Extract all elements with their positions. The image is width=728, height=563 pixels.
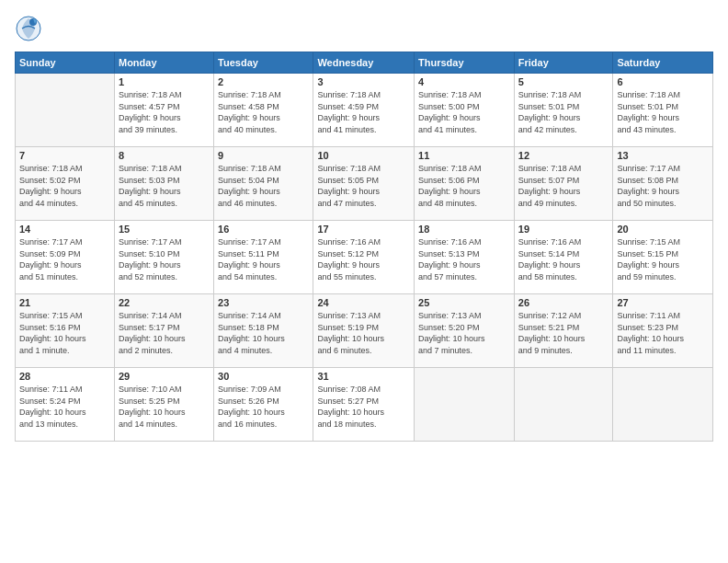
day-number: 30 — [218, 371, 309, 382]
calendar-cell: 24Sunrise: 7:13 AMSunset: 5:19 PMDayligh… — [313, 294, 415, 368]
calendar-cell: 25Sunrise: 7:13 AMSunset: 5:20 PMDayligh… — [415, 294, 515, 368]
day-info: Sunrise: 7:17 AMSunset: 5:08 PMDaylight:… — [617, 163, 709, 209]
day-number: 19 — [518, 224, 609, 235]
calendar-cell: 20Sunrise: 7:15 AMSunset: 5:15 PMDayligh… — [613, 221, 713, 294]
day-number: 8 — [119, 150, 210, 161]
day-number: 22 — [119, 297, 210, 308]
day-number: 1 — [119, 76, 210, 87]
day-info: Sunrise: 7:09 AMSunset: 5:26 PMDaylight:… — [218, 384, 309, 430]
day-number: 5 — [518, 76, 609, 87]
day-number: 2 — [218, 76, 309, 87]
calendar-cell: 5Sunrise: 7:18 AMSunset: 5:01 PMDaylight… — [514, 74, 613, 147]
calendar-week-row: 28Sunrise: 7:11 AMSunset: 5:24 PMDayligh… — [16, 368, 713, 442]
calendar-cell: 9Sunrise: 7:18 AMSunset: 5:04 PMDaylight… — [214, 147, 313, 221]
day-number: 13 — [617, 150, 709, 161]
day-number: 27 — [617, 297, 709, 308]
day-info: Sunrise: 7:14 AMSunset: 5:18 PMDaylight:… — [218, 310, 309, 356]
day-info: Sunrise: 7:18 AMSunset: 5:01 PMDaylight:… — [617, 89, 709, 135]
day-number: 15 — [119, 224, 210, 235]
calendar-cell: 27Sunrise: 7:11 AMSunset: 5:23 PMDayligh… — [613, 294, 713, 368]
day-number: 14 — [19, 224, 110, 235]
day-number: 18 — [418, 224, 510, 235]
calendar-cell: 6Sunrise: 7:18 AMSunset: 5:01 PMDaylight… — [613, 74, 713, 147]
day-number: 6 — [617, 76, 709, 87]
logo — [15, 15, 46, 42]
calendar-cell — [514, 368, 613, 442]
day-number: 31 — [317, 371, 410, 382]
day-number: 25 — [418, 297, 510, 308]
day-number: 24 — [317, 297, 410, 308]
day-info: Sunrise: 7:18 AMSunset: 4:57 PMDaylight:… — [119, 89, 210, 135]
calendar-cell: 28Sunrise: 7:11 AMSunset: 5:24 PMDayligh… — [16, 368, 115, 442]
calendar-week-row: 1Sunrise: 7:18 AMSunset: 4:57 PMDaylight… — [16, 74, 713, 147]
calendar-week-row: 21Sunrise: 7:15 AMSunset: 5:16 PMDayligh… — [16, 294, 713, 368]
calendar-cell: 18Sunrise: 7:16 AMSunset: 5:13 PMDayligh… — [415, 221, 515, 294]
calendar-cell: 23Sunrise: 7:14 AMSunset: 5:18 PMDayligh… — [214, 294, 313, 368]
calendar-cell: 26Sunrise: 7:12 AMSunset: 5:21 PMDayligh… — [514, 294, 613, 368]
day-info: Sunrise: 7:17 AMSunset: 5:11 PMDaylight:… — [218, 236, 309, 282]
calendar-table: SundayMondayTuesdayWednesdayThursdayFrid… — [15, 52, 713, 442]
calendar-cell: 1Sunrise: 7:18 AMSunset: 4:57 PMDaylight… — [114, 74, 213, 147]
calendar-cell: 21Sunrise: 7:15 AMSunset: 5:16 PMDayligh… — [16, 294, 115, 368]
day-info: Sunrise: 7:18 AMSunset: 5:07 PMDaylight:… — [518, 163, 609, 209]
calendar-cell: 29Sunrise: 7:10 AMSunset: 5:25 PMDayligh… — [114, 368, 213, 442]
day-info: Sunrise: 7:18 AMSunset: 5:05 PMDaylight:… — [317, 163, 410, 209]
day-info: Sunrise: 7:16 AMSunset: 5:14 PMDaylight:… — [518, 236, 609, 282]
day-number: 20 — [617, 224, 709, 235]
logo-icon — [15, 15, 42, 42]
calendar-day-header: Tuesday — [214, 52, 313, 74]
calendar-cell — [613, 368, 713, 442]
day-number: 3 — [317, 76, 410, 87]
page-header — [15, 15, 713, 42]
calendar-cell: 10Sunrise: 7:18 AMSunset: 5:05 PMDayligh… — [313, 147, 415, 221]
calendar-cell: 22Sunrise: 7:14 AMSunset: 5:17 PMDayligh… — [114, 294, 213, 368]
day-info: Sunrise: 7:15 AMSunset: 5:16 PMDaylight:… — [19, 310, 110, 356]
day-number: 9 — [218, 150, 309, 161]
calendar-cell: 17Sunrise: 7:16 AMSunset: 5:12 PMDayligh… — [313, 221, 415, 294]
calendar-cell: 8Sunrise: 7:18 AMSunset: 5:03 PMDaylight… — [114, 147, 213, 221]
calendar-week-row: 14Sunrise: 7:17 AMSunset: 5:09 PMDayligh… — [16, 221, 713, 294]
day-number: 7 — [19, 150, 110, 161]
calendar-day-header: Friday — [514, 52, 613, 74]
day-info: Sunrise: 7:18 AMSunset: 4:59 PMDaylight:… — [317, 89, 410, 135]
calendar-day-header: Wednesday — [313, 52, 415, 74]
day-number: 23 — [218, 297, 309, 308]
calendar-day-header: Saturday — [613, 52, 713, 74]
day-number: 26 — [518, 297, 609, 308]
day-info: Sunrise: 7:18 AMSunset: 5:00 PMDaylight:… — [418, 89, 510, 135]
calendar-cell: 7Sunrise: 7:18 AMSunset: 5:02 PMDaylight… — [16, 147, 115, 221]
calendar-cell — [16, 74, 115, 147]
day-info: Sunrise: 7:12 AMSunset: 5:21 PMDaylight:… — [518, 310, 609, 356]
calendar-cell: 19Sunrise: 7:16 AMSunset: 5:14 PMDayligh… — [514, 221, 613, 294]
day-number: 11 — [418, 150, 510, 161]
calendar-cell: 30Sunrise: 7:09 AMSunset: 5:26 PMDayligh… — [214, 368, 313, 442]
calendar-cell: 15Sunrise: 7:17 AMSunset: 5:10 PMDayligh… — [114, 221, 213, 294]
calendar-cell: 12Sunrise: 7:18 AMSunset: 5:07 PMDayligh… — [514, 147, 613, 221]
calendar-cell: 31Sunrise: 7:08 AMSunset: 5:27 PMDayligh… — [313, 368, 415, 442]
day-info: Sunrise: 7:16 AMSunset: 5:13 PMDaylight:… — [418, 236, 510, 282]
calendar-cell — [415, 368, 515, 442]
calendar-day-header: Thursday — [415, 52, 515, 74]
day-info: Sunrise: 7:18 AMSunset: 5:01 PMDaylight:… — [518, 89, 609, 135]
day-number: 29 — [119, 371, 210, 382]
day-info: Sunrise: 7:10 AMSunset: 5:25 PMDaylight:… — [119, 384, 210, 430]
calendar-cell: 4Sunrise: 7:18 AMSunset: 5:00 PMDaylight… — [415, 74, 515, 147]
day-info: Sunrise: 7:13 AMSunset: 5:20 PMDaylight:… — [418, 310, 510, 356]
day-number: 16 — [218, 224, 309, 235]
day-number: 4 — [418, 76, 510, 87]
day-number: 21 — [19, 297, 110, 308]
day-info: Sunrise: 7:17 AMSunset: 5:10 PMDaylight:… — [119, 236, 210, 282]
calendar-header-row: SundayMondayTuesdayWednesdayThursdayFrid… — [16, 52, 713, 74]
day-number: 17 — [317, 224, 410, 235]
calendar-cell: 11Sunrise: 7:18 AMSunset: 5:06 PMDayligh… — [415, 147, 515, 221]
calendar-week-row: 7Sunrise: 7:18 AMSunset: 5:02 PMDaylight… — [16, 147, 713, 221]
day-info: Sunrise: 7:11 AMSunset: 5:24 PMDaylight:… — [19, 384, 110, 430]
day-info: Sunrise: 7:18 AMSunset: 5:02 PMDaylight:… — [19, 163, 110, 209]
day-info: Sunrise: 7:17 AMSunset: 5:09 PMDaylight:… — [19, 236, 110, 282]
day-info: Sunrise: 7:18 AMSunset: 5:06 PMDaylight:… — [418, 163, 510, 209]
day-number: 10 — [317, 150, 410, 161]
day-info: Sunrise: 7:16 AMSunset: 5:12 PMDaylight:… — [317, 236, 410, 282]
day-info: Sunrise: 7:14 AMSunset: 5:17 PMDaylight:… — [119, 310, 210, 356]
day-number: 12 — [518, 150, 609, 161]
day-info: Sunrise: 7:18 AMSunset: 5:03 PMDaylight:… — [119, 163, 210, 209]
